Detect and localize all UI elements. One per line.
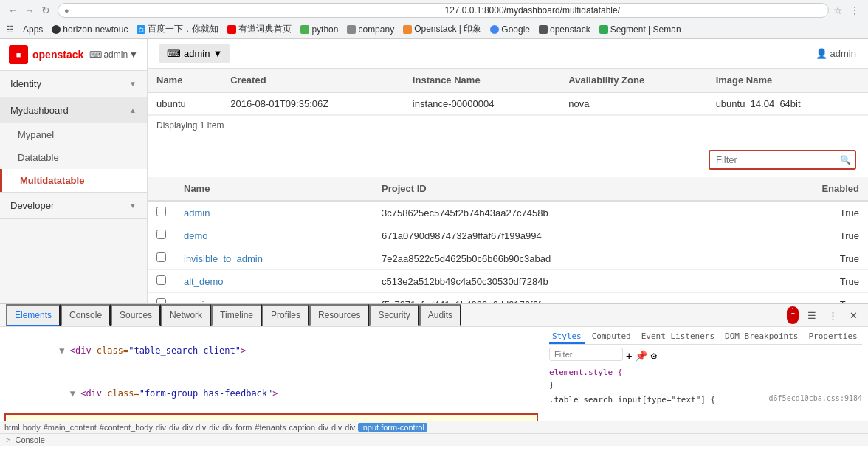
styles-filter-input[interactable] (549, 348, 623, 361)
cell-project-id: c513e2a512bb49c4a50c30530df7284b (373, 270, 755, 293)
identity-section-header[interactable]: Identity ▼ (0, 71, 147, 97)
bookmark-openstack[interactable]: Openstack | 印象 (403, 23, 481, 35)
devtools-close-btn[interactable]: ✕ (844, 306, 862, 324)
row-checkbox-cell (148, 293, 175, 303)
element-style-block: element.style { } (549, 367, 862, 391)
row-checkbox[interactable] (156, 207, 166, 216)
breadcrumb-item[interactable]: #main_content (44, 423, 97, 432)
breadcrumb-item[interactable]: div (182, 423, 193, 432)
back-button[interactable]: ← (6, 3, 21, 18)
add-style-btn[interactable]: + (626, 350, 632, 362)
menu-button[interactable]: ⋮ (847, 3, 862, 18)
refresh-button[interactable]: ↻ (38, 3, 53, 18)
sidebar-item-mypanel[interactable]: Mypanel (0, 123, 147, 146)
properties-tab[interactable]: Properties (805, 330, 860, 344)
browser-toolbar: ← → ↻ ● 127.0.0.1:8000/mydashboard/multi… (0, 0, 868, 21)
sidebar-item-datatable[interactable]: Datatable (0, 146, 147, 169)
top-table-wrapper: Name Created Instance Name Availability … (148, 69, 868, 115)
event-listeners-tab[interactable]: Event Listeners (638, 330, 717, 344)
filter-section: 🔍 (148, 142, 868, 177)
cell-name: ubuntu (148, 92, 221, 115)
breadcrumb-bar: htmlbody#main_content#content_bodydivdiv… (0, 421, 868, 433)
breadcrumb-item[interactable]: div (156, 423, 166, 432)
breadcrumb-item[interactable]: div (209, 423, 219, 432)
breadcrumb-item[interactable]: div (169, 423, 179, 432)
settings-style-btn[interactable]: ⚙ (650, 350, 656, 362)
devtools-tab-audits[interactable]: Audits (419, 304, 461, 326)
breadcrumb-item[interactable]: div (331, 423, 342, 432)
address-bar[interactable]: ● 127.0.0.1:8000/mydashboard/multidatata… (58, 3, 829, 18)
bookmark-openstack2[interactable]: openstack (539, 24, 590, 35)
cell-row-name: invisible_to_admin (175, 247, 373, 270)
admin-menu-button[interactable]: ⌨ admin ▼ (89, 49, 138, 60)
pin-style-btn[interactable]: 📌 (635, 350, 647, 362)
cell-image: ubuntu_14.04_64bit (707, 92, 868, 115)
bookmark-baidu[interactable]: 百 百度一下，你就知 (137, 23, 218, 35)
html-line-2: ▼ <div class="form-group has-feedback"> (6, 373, 537, 416)
bookmarks-bar: ☷ Apps horizon-newtouc 百 百度一下，你就知 有道词典首页… (0, 21, 868, 38)
computed-tab[interactable]: Computed (589, 330, 634, 344)
bookmark-apps-text[interactable]: Apps (23, 24, 43, 35)
filter-input[interactable] (716, 154, 840, 165)
cell-enabled: True (755, 293, 868, 303)
row-checkbox-cell (148, 224, 175, 247)
bookmark-python[interactable]: python (300, 24, 338, 35)
col-instance: Instance Name (404, 69, 559, 92)
top-table: Name Created Instance Name Availability … (148, 69, 868, 115)
devtools-tabs: Elements Console Sources Network Timelin… (0, 304, 868, 327)
forward-button[interactable]: → (22, 3, 37, 18)
html-line-3[interactable]: <input class="form-control" value type="… (6, 415, 537, 421)
breadcrumb-item[interactable]: #content_body (100, 423, 153, 432)
row-checkbox[interactable] (156, 275, 166, 285)
devtools-tab-profiles[interactable]: Profiles (262, 304, 309, 326)
cell-created: 2016-08-01T09:35:06Z (221, 92, 404, 115)
developer-section-header[interactable]: Developer ▼ (0, 193, 147, 218)
rule1-selector: .table_search input[type="text"] { (549, 394, 715, 407)
devtools-tab-elements[interactable]: Elements (6, 304, 61, 326)
row-checkbox[interactable] (156, 252, 166, 262)
breadcrumb-item[interactable]: #tenants (255, 423, 286, 432)
table-row: servicef5c7071efcd441e1b4000e6dd6176f6fT… (148, 293, 868, 303)
dom-breakpoints-tab[interactable]: DOM Breakpoints (722, 330, 801, 344)
html-line-1: ▼ <div class="table_search client"> (6, 330, 537, 373)
bookmark-company[interactable]: company (347, 24, 394, 35)
breadcrumb-item[interactable]: body (23, 423, 41, 432)
bookmark-youdao[interactable]: 有道词典首页 (227, 23, 292, 35)
breadcrumb-item[interactable]: div (345, 423, 355, 432)
admin-menu-top[interactable]: ⌨ admin ▼ (159, 44, 230, 63)
breadcrumb-item[interactable]: caption (289, 423, 315, 432)
breadcrumb-item[interactable]: div (318, 423, 328, 432)
row-checkbox[interactable] (156, 230, 166, 239)
styles-tab[interactable]: Styles (549, 330, 585, 344)
devtools-more-btn[interactable]: ⋮ (824, 306, 841, 324)
logo-text: openstack (32, 49, 83, 61)
sidebar-item-multidatatable[interactable]: Multidatatable (0, 169, 147, 192)
filter-box: 🔍 (709, 150, 856, 170)
col-project-id: Project ID (373, 177, 755, 201)
bookmark-google[interactable]: Google (490, 24, 530, 35)
bookmark-segment[interactable]: Segment | Seman (599, 24, 681, 35)
breadcrumb-item[interactable]: div (222, 423, 232, 432)
monitor-icon: ⌨ (89, 49, 102, 60)
bookmark-apps[interactable]: ☷ (6, 24, 14, 35)
devtools-tab-resources[interactable]: Resources (309, 304, 369, 326)
devtools-styles-panel: Styles Computed Event Listeners DOM Brea… (543, 327, 868, 421)
admin-right-link[interactable]: 👤 admin (816, 48, 856, 59)
devtools-tab-console[interactable]: Console (61, 304, 111, 326)
top-header: ⌨ admin ▼ 👤 admin (148, 39, 868, 69)
breadcrumb-item[interactable]: form (235, 423, 252, 432)
devtools-tab-sources[interactable]: Sources (111, 304, 161, 326)
breadcrumb-item[interactable]: html (4, 423, 20, 432)
devtools-tab-network[interactable]: Network (161, 304, 211, 326)
devtools-tab-timeline[interactable]: Timeline (211, 304, 262, 326)
mydashboard-section-header[interactable]: Mydashboard ▲ (0, 97, 147, 123)
sidebar: ■ openstack ⌨ admin ▼ Identity ▼ Mydashb… (0, 39, 148, 303)
bookmark-star[interactable]: ☆ (833, 4, 843, 16)
devtools-dock-btn[interactable]: ☰ (803, 306, 821, 324)
devtools-tab-security[interactable]: Security (369, 304, 418, 326)
cell-project-id: f5c7071efcd441e1b4000e6dd6176f6f (373, 293, 755, 303)
breadcrumb-item[interactable]: div (196, 423, 206, 432)
breadcrumb-active-item[interactable]: input.form-control (358, 423, 427, 432)
bookmark-horizon[interactable]: horizon-newtouc (52, 24, 128, 35)
devtools: Elements Console Sources Network Timelin… (0, 303, 868, 421)
